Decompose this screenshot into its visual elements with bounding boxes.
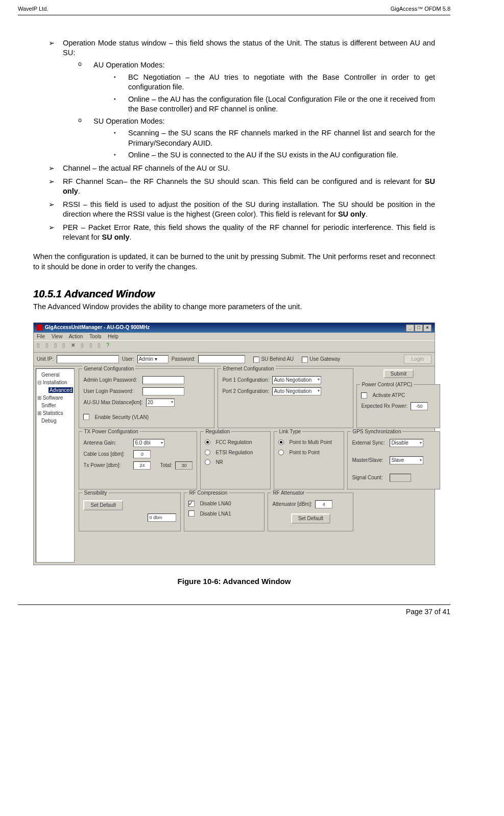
- label-lna1: Disable LNA1: [200, 510, 231, 518]
- toolbar[interactable]: ▯ ▯ ▯ ▯ ✖ ▯ ▯ ▯ ?: [34, 340, 435, 353]
- label-ptp: Point to Point: [289, 449, 319, 456]
- pmp-radio[interactable]: [278, 439, 284, 445]
- label-port1: Port 1 Configuration:: [222, 377, 269, 384]
- enable-sec-checkbox[interactable]: [83, 414, 89, 420]
- menu-help[interactable]: Help: [108, 334, 118, 339]
- bullet-su-online: Online – the SU is connected to the AU i…: [114, 150, 435, 160]
- bullet-su-scan: Scanning – the SU scans the RF channels …: [114, 128, 435, 148]
- paragraph-submit: When the configuration is updated, it ca…: [33, 252, 435, 272]
- gain-dropdown[interactable]: 6.0 dbi: [133, 439, 164, 447]
- ptp-radio[interactable]: [278, 450, 284, 455]
- tree-advanced[interactable]: Advanced: [37, 386, 73, 394]
- menubar[interactable]: File View Action Tools Help: [34, 333, 435, 341]
- label-su-behind: SU Behind AU: [261, 356, 294, 362]
- tree-software[interactable]: ⊞ Software: [37, 394, 73, 402]
- text: Statistics: [43, 410, 63, 416]
- tree-statistics[interactable]: ⊞ Statistics: [37, 409, 73, 417]
- minimize-icon[interactable]: _: [406, 324, 414, 332]
- user-pw-field[interactable]: [142, 387, 184, 395]
- nr-radio[interactable]: [205, 459, 210, 465]
- attenuator-field[interactable]: 4: [315, 500, 332, 508]
- set-default-button[interactable]: Set Default: [83, 500, 123, 510]
- disable-lna1-checkbox[interactable]: [188, 510, 195, 517]
- text: Auto Negotiation: [274, 377, 311, 384]
- tree-debug[interactable]: Debug: [37, 417, 73, 425]
- text: .: [78, 187, 80, 195]
- text: Operation Mode status window – this fiel…: [63, 39, 435, 57]
- group-linktype: Link Type Point to Multi Point Point to …: [274, 431, 344, 489]
- section-intro: The Advanced Window provides the ability…: [33, 302, 435, 312]
- admin-pw-field[interactable]: [142, 376, 184, 384]
- tree-general[interactable]: General: [37, 371, 73, 379]
- content: Operation Mode status window – this fiel…: [18, 38, 450, 587]
- bullet-au-modes: AU Operation Modes: BC Negotiation – the…: [78, 60, 435, 114]
- header-left: WaveIP Ltd.: [18, 5, 48, 13]
- bullet-rf-scan: RF Channel Scan– the RF Channels the SU …: [49, 177, 435, 197]
- fcc-radio[interactable]: [205, 439, 210, 445]
- expected-rx-field[interactable]: -50: [411, 402, 428, 410]
- group-title: TX Power Configuration: [82, 428, 139, 435]
- ms-dropdown[interactable]: Slave: [390, 456, 423, 464]
- menu-file[interactable]: File: [37, 334, 45, 339]
- menu-tools[interactable]: Tools: [89, 334, 101, 339]
- bullet-au-bc: BC Negotiation – the AU tries to negotia…: [114, 73, 435, 92]
- menu-view[interactable]: View: [52, 334, 63, 339]
- label-activate-atpc: Activate ATPC: [372, 392, 405, 399]
- tree-sniffer[interactable]: Sniffer: [37, 402, 73, 409]
- txp-field[interactable]: 24: [133, 461, 151, 470]
- su-behind-checkbox[interactable]: [253, 357, 259, 363]
- cable-field[interactable]: 0: [133, 450, 151, 458]
- group-title: GPS Synchronization: [351, 428, 402, 435]
- total-field: 30: [175, 461, 193, 470]
- bold: SU only: [102, 233, 130, 241]
- window-buttons[interactable]: _□×: [405, 324, 431, 332]
- group-title: Regulation: [204, 428, 231, 435]
- bullet-su-modes: SU Operation Modes: Scanning – the SU sc…: [78, 116, 435, 160]
- figure: GigAccessUnitManager - AU-GO-Q 900MHz _□…: [33, 322, 435, 587]
- use-gw-checkbox[interactable]: [302, 357, 308, 363]
- user-dropdown[interactable]: Admin ▾: [137, 355, 169, 363]
- figure-caption: Figure 10-6: Advanced Window: [33, 576, 435, 587]
- group-general: General Configuration Admin Login Passwo…: [79, 368, 214, 429]
- activate-atpc-checkbox[interactable]: [361, 392, 367, 399]
- group-gps: GPS Synchronization External Sync:Disabl…: [347, 431, 440, 489]
- nav-tree[interactable]: General ⊟ Installation Advanced ⊞ Softwa…: [36, 368, 75, 563]
- text: 6.0 dbi: [135, 439, 150, 447]
- close-icon[interactable]: ×: [423, 324, 431, 332]
- disable-lna0-checkbox[interactable]: [188, 501, 195, 507]
- password-field[interactable]: [198, 355, 245, 363]
- panels: General Configuration Admin Login Passwo…: [77, 366, 443, 565]
- sens-value[interactable]: 0 dbm: [148, 514, 176, 522]
- text: Advanced: [49, 387, 73, 393]
- login-button[interactable]: Login: [404, 355, 431, 364]
- ext-sync-dropdown[interactable]: Disable: [390, 439, 423, 447]
- app-icon: [37, 324, 43, 331]
- submit-button[interactable]: Submit: [383, 369, 414, 378]
- text: 20: [148, 399, 153, 406]
- unit-ip-dropdown[interactable]: [57, 355, 119, 363]
- port2-dropdown[interactable]: Auto Negotiation: [272, 387, 321, 395]
- bullet-per: PER – Packet Error Rate, this field show…: [49, 223, 435, 243]
- max-dist-dropdown[interactable]: 20: [146, 399, 175, 407]
- menu-action[interactable]: Action: [69, 334, 83, 339]
- label-master-slave: Master/Slave:: [352, 457, 388, 464]
- set-default-button-2[interactable]: Set Default: [291, 514, 330, 524]
- label-password: Password:: [172, 356, 196, 363]
- page-header: WaveIP Ltd. GigAccess™ OFDM 5.8: [18, 5, 450, 15]
- label-use-gw: Use Gateway: [309, 356, 340, 362]
- label-unit-ip: Unit IP:: [37, 356, 54, 363]
- text: AU Operation Modes:: [93, 61, 164, 69]
- maximize-icon[interactable]: □: [415, 324, 423, 332]
- text: .: [366, 210, 368, 218]
- label-fcc: FCC Regulation: [215, 439, 252, 446]
- text: Slave: [391, 457, 404, 464]
- label-admin-pw: Admin Login Password:: [83, 377, 139, 384]
- port1-dropdown[interactable]: Auto Negotiation: [272, 376, 321, 384]
- label-enable-sec: Enable Security (VLAN): [94, 414, 149, 421]
- label-nr: NR: [215, 459, 223, 466]
- tree-installation[interactable]: ⊟ Installation: [37, 379, 73, 386]
- group-sensibility: Sensibility Set Default 0 dbm: [79, 493, 181, 531]
- etsi-radio[interactable]: [205, 450, 210, 455]
- label-lna0: Disable LNA0: [200, 500, 231, 507]
- group-title: Ethernet Configuration: [221, 365, 275, 372]
